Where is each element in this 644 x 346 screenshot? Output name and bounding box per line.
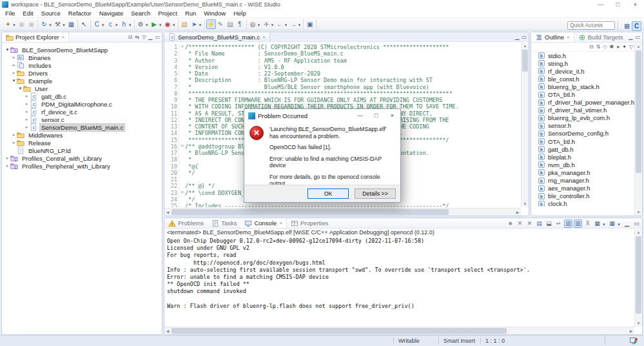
maximize-icon[interactable]: ▭ <box>522 35 527 40</box>
selection-mode-icon[interactable]: ↖ <box>79 19 89 29</box>
hide-static-icon[interactable]: ✱ <box>610 45 614 50</box>
tab-tasks[interactable]: Tasks <box>208 218 240 228</box>
tree-item-gatt-db-c[interactable]: ▸cgatt_db.c <box>2 92 162 100</box>
tree-item-binaries[interactable]: ▸01Binaries <box>2 54 162 61</box>
show-stderr-icon[interactable]: ▥ <box>574 219 582 228</box>
outline-item-bluenrg-lp-evb-com-h[interactable]: hbluenrg_lp_evb_com.h <box>531 114 642 122</box>
new-header-file-icon[interactable]: h <box>119 19 129 29</box>
dropdown-arrow-icon[interactable]: ▼ <box>602 223 606 227</box>
tree-expanded-arrow-icon[interactable]: ▾ <box>17 86 23 91</box>
details-button[interactable]: Details >> <box>355 188 396 199</box>
profile-icon[interactable]: ◉ <box>163 19 173 29</box>
close-icon[interactable]: × <box>567 34 570 40</box>
outline-item-sensor-h[interactable]: hsensor.h <box>531 122 642 130</box>
outline-item-nvm-db-h[interactable]: hnvm_db.h <box>531 161 642 168</box>
new-wizard-icon[interactable]: ✦ <box>3 19 13 29</box>
close-icon[interactable]: × <box>62 34 65 40</box>
dialog-minimize-button[interactable]: — <box>352 109 368 122</box>
new-editor-window-icon[interactable]: ▣ <box>305 19 315 29</box>
open-console-icon[interactable]: ▦ <box>608 219 616 228</box>
hide-non-public-icon[interactable]: ● <box>616 45 620 50</box>
maximize-icon[interactable]: ▭ <box>635 35 640 40</box>
tree-item-profiles-peripheral-with-library[interactable]: ▸CProfiles_Peripheral_with_Library <box>2 162 162 170</box>
outline-item-string-h[interactable]: hstring.h <box>531 59 642 67</box>
tab-project-explorer[interactable]: Project Explorer × <box>2 32 69 42</box>
fold-marker-icon[interactable]: ⊖ <box>179 143 185 150</box>
display-console-icon[interactable]: ▦ <box>593 219 601 228</box>
scroll-lock-icon[interactable]: ⬓ <box>545 219 553 228</box>
outline-item-ble-const-h[interactable]: hble_const.h <box>531 75 642 83</box>
view-menu-icon[interactable]: ▽ <box>629 45 633 50</box>
hide-fields-icon[interactable]: ◇ <box>603 45 607 50</box>
tree-item-middlewares[interactable]: ▸Middlewares <box>2 131 162 139</box>
new-source-file-icon[interactable]: c <box>106 19 115 29</box>
menu-navigate[interactable]: Navigate <box>95 9 128 17</box>
tree-collapsed-arrow-icon[interactable]: ▸ <box>24 109 30 114</box>
tree-expanded-arrow-icon[interactable]: ▾ <box>11 78 17 83</box>
tab-properties[interactable]: Properties <box>287 218 332 228</box>
fold-marker-icon[interactable]: ⊖ <box>179 44 185 50</box>
window-maximize-button[interactable]: □ <box>609 0 627 9</box>
save-all-icon[interactable]: ▣ <box>26 19 36 29</box>
tree-item-sensor-c[interactable]: ▸csensor.c <box>2 116 162 123</box>
open-perspective-icon[interactable]: ⊞ <box>622 21 632 31</box>
menu-search[interactable]: Search <box>127 9 154 17</box>
forward-icon[interactable]: → <box>288 19 298 29</box>
flash-programmer-icon[interactable]: ➤ <box>190 19 199 29</box>
maximize-icon[interactable]: ▭ <box>155 35 160 40</box>
window-close-button[interactable]: × <box>627 0 644 9</box>
outline-vertical-scrollbar[interactable]: ▲ ▼ <box>634 43 642 216</box>
menu-run[interactable]: Run <box>181 9 200 17</box>
outline-item-pka-manager-h[interactable]: hpka_manager.h <box>531 168 642 176</box>
tree-item-sensordemo-bluems-main-c[interactable]: ▸cSensorDemo_BlueMS_main.c <box>2 123 162 131</box>
dropdown-arrow-icon[interactable]: ▼ <box>617 223 621 227</box>
go-to-target-icon[interactable]: ✛ <box>261 19 271 29</box>
outline-item-rf-driver-hal-power-manager-h[interactable]: hrf_driver_hal_power_manager.h <box>531 99 642 107</box>
tree-item-pdm-digitalmicrophone-c[interactable]: ▸cPDM_DigitalMicrophone.c <box>2 100 162 108</box>
dropdown-arrow-icon[interactable]: ▼ <box>297 23 301 27</box>
maximize-icon[interactable]: ▭ <box>632 219 641 228</box>
menu-window[interactable]: Window <box>200 9 229 17</box>
show-stdout-icon[interactable]: ▥ <box>564 219 572 228</box>
tree-item-rf-device-it-c[interactable]: ▸crf_device_it.c <box>2 108 162 116</box>
outline-item-aes-manager-h[interactable]: haes_manager.h <box>531 185 642 192</box>
quick-access-input[interactable] <box>567 21 615 30</box>
outline-item-rf-driver-hal-vtimer-h[interactable]: hrf_driver_hal_vtimer.h <box>531 107 642 114</box>
outline-item-clock-h[interactable]: hclock.h <box>531 200 642 207</box>
editor-tab[interactable]: c SensorDemo_BlueMS_main.c × <box>164 32 270 41</box>
tree-collapsed-arrow-icon[interactable]: ▸ <box>11 63 17 68</box>
lightning-icon[interactable]: ⚡ <box>206 19 216 29</box>
tree-collapsed-arrow-icon[interactable]: ▸ <box>5 156 10 161</box>
tab-build-targets[interactable]: Build Targets <box>574 32 627 42</box>
tab-console[interactable]: Console× <box>240 218 287 228</box>
open-project-icon[interactable]: ▤ <box>180 19 190 29</box>
tree-item-ble-sensordemo-bluemsapp[interactable]: ▾CBLE_SensorDemo_BlueMSapp <box>2 46 162 54</box>
dialog-close-button[interactable]: × <box>384 109 400 122</box>
show-whitespace-icon[interactable]: ¶ <box>235 19 245 29</box>
fold-marker-icon[interactable]: ⊖ <box>179 190 185 196</box>
view-menu-icon[interactable]: ▽ <box>142 35 146 40</box>
console-log[interactable]: Open On-Chip Debugger 0.12.0-rc2+dev-009… <box>167 238 634 327</box>
minimize-icon[interactable]: ▁ <box>148 35 152 40</box>
back-icon[interactable]: ← <box>275 19 284 29</box>
link-editor-icon[interactable]: ✦ <box>622 45 627 50</box>
outline-item-ble-controller-h[interactable]: hble_controller.h <box>531 192 642 200</box>
tree-collapsed-arrow-icon[interactable]: ▸ <box>24 94 30 99</box>
tree-collapsed-arrow-icon[interactable]: ▸ <box>24 101 30 107</box>
outline-item-ota-btl-h[interactable]: hOTA_btl.h <box>531 90 642 98</box>
tree-item-drivers[interactable]: ▸Drivers <box>2 69 162 77</box>
tree-item-profiles-central-with-library[interactable]: ▸CProfiles_Central_with_Library <box>2 154 162 162</box>
cpp-perspective-icon[interactable]: C <box>632 21 641 31</box>
console-horizontal-scrollbar[interactable]: ◀ ▶ <box>164 327 634 334</box>
tree-item-example[interactable]: ▾Example <box>2 77 162 85</box>
outline-item-stdio-h[interactable]: hstdio.h <box>531 52 642 59</box>
tree-item-includes[interactable]: ▸Includes <box>2 61 162 69</box>
console-indicator-icon[interactable] <box>630 338 638 345</box>
minimize-icon[interactable]: ▁ <box>623 219 631 228</box>
build-all-icon[interactable]: ▦ <box>66 19 76 29</box>
tree-item-bluenrg-lp-ld[interactable]: BlueNRG_LP.ld <box>2 147 162 154</box>
editor-vertical-scrollbar[interactable]: ▲ ▼ <box>521 43 529 207</box>
tab-problems[interactable]: Problems <box>164 218 208 228</box>
new-class-icon[interactable]: C <box>92 19 102 29</box>
outline-item-rf-device-it-h[interactable]: hrf_device_it.h <box>531 67 642 75</box>
